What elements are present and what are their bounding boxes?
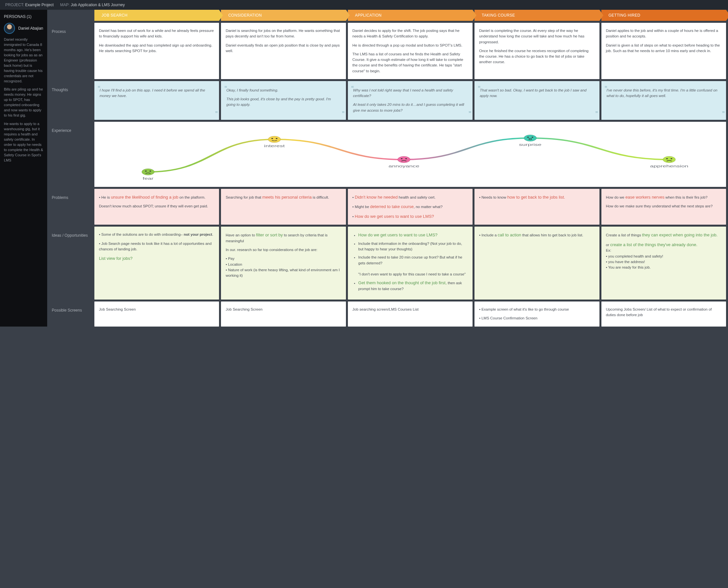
thoughts-cell-4: I've never done this before, it's my fir… xyxy=(601,81,726,120)
project-value: Example Project xyxy=(25,3,53,7)
svg-point-2 xyxy=(149,171,151,172)
svg-point-0 xyxy=(142,169,155,175)
row-experience: Experience fearinterestannoyancesurprise… xyxy=(47,122,728,187)
ideas-cell-2: How do we get users to want to use LMS?I… xyxy=(348,227,473,299)
row-label-problems: Problems xyxy=(47,189,94,225)
thoughts-cell-2: Why was I not told right away that I nee… xyxy=(348,81,473,120)
process-cell-2: Daniel decides to apply for the shift. T… xyxy=(348,23,473,79)
persona-name: Daniel Abajian xyxy=(18,26,43,30)
ideas-cell-0: Some of the solutions are to do with onb… xyxy=(94,227,219,299)
avatar xyxy=(4,23,15,34)
process-cell-3: Daniel is completing the course. At ever… xyxy=(474,23,599,79)
experience-chart: fearinterestannoyancesurpriseapprehensio… xyxy=(94,122,726,187)
svg-text:annoyance: annoyance xyxy=(389,164,420,168)
row-label-ideas: Ideas / Opportunities xyxy=(47,227,94,299)
project-label: PROJECT: xyxy=(5,3,24,7)
stage-tab-0[interactable]: JOB SEARCH xyxy=(94,10,219,21)
svg-point-17 xyxy=(666,158,668,159)
map-value: Job Application & LMS Journey xyxy=(71,3,125,7)
svg-point-18 xyxy=(670,158,672,159)
screens-cell-0: Job Searching Screen xyxy=(94,301,219,327)
journey-map: JOB SEARCHCONSIDERATIONAPPLICATIONTAKING… xyxy=(47,10,728,327)
svg-point-1 xyxy=(145,171,146,172)
persona-desc-p3: He wants to apply to a warehousing gig, … xyxy=(4,122,43,163)
problems-cell-1: Searching for job that meets his persona… xyxy=(221,189,346,225)
ideas-cell-3: Include a call to action that allows him… xyxy=(474,227,599,299)
problems-cell-0: He is unsure the likelihood of finding a… xyxy=(94,189,219,225)
svg-point-14 xyxy=(531,137,533,138)
process-cell-1: Daniel is searching for jobs on the plat… xyxy=(221,23,346,79)
map-label: MAP: xyxy=(60,3,70,7)
stage-tab-3[interactable]: TAKING COURSE xyxy=(474,10,599,21)
thoughts-cell-0: I hope I'll find a job on this app. I ne… xyxy=(94,81,219,120)
svg-point-12 xyxy=(524,135,537,141)
persona-desc-p1: Daniel recently immigrated to Canada 8 m… xyxy=(4,37,43,84)
svg-point-10 xyxy=(405,158,407,159)
process-cell-0: Daniel has been out of work for a while … xyxy=(94,23,219,79)
row-label-thoughts: Thoughts xyxy=(47,81,94,120)
stage-tab-2[interactable]: APPLICATION xyxy=(348,10,473,21)
svg-point-4 xyxy=(268,136,281,143)
row-problems: Problems He is unsure the likelihood of … xyxy=(47,189,728,225)
thoughts-cell-1: Okay, I finally found something.This job… xyxy=(221,81,346,120)
row-ideas: Ideas / Opportunities Some of the soluti… xyxy=(47,227,728,299)
problems-cell-4: How do we ease workers nerves when this … xyxy=(601,189,726,225)
svg-point-13 xyxy=(527,137,529,138)
ideas-cell-4: Create a list of things they can expect … xyxy=(601,227,726,299)
row-label-process: Process xyxy=(47,23,94,79)
svg-point-5 xyxy=(272,138,273,139)
svg-point-6 xyxy=(276,138,277,139)
screens-cell-3: • Example screen of what it's like to go… xyxy=(474,301,599,327)
persona-desc-p2: Bills are piling up and he needs money. … xyxy=(4,87,43,118)
personas-header: PERSONAS (1) xyxy=(0,10,47,23)
problems-cell-2: Didn't know he needed health and safety … xyxy=(348,189,473,225)
stage-tab-1[interactable]: CONSIDERATION xyxy=(221,10,346,21)
svg-text:fear: fear xyxy=(143,177,153,181)
svg-text:interest: interest xyxy=(264,144,285,148)
row-label-screens: Possible Screens xyxy=(47,301,94,327)
screens-cell-2: Job searching screen/LMS Courses List xyxy=(348,301,473,327)
process-cell-4: Daniel applies to the job and within a c… xyxy=(601,23,726,79)
row-label-experience: Experience xyxy=(47,122,94,187)
svg-point-9 xyxy=(401,158,403,159)
persona-card[interactable]: Daniel Abajian Daniel recently immigrate… xyxy=(0,23,47,171)
ideas-cell-1: Have an option to filter or sort by to s… xyxy=(221,227,346,299)
topbar: PROJECT: Example Project MAP: Job Applic… xyxy=(0,0,728,10)
personas-sidebar: PERSONAS (1) Daniel Abajian Daniel recen… xyxy=(0,10,47,327)
row-process: Process Daniel has been out of work for … xyxy=(47,23,728,79)
svg-text:apprehension: apprehension xyxy=(650,164,689,168)
screens-cell-1: Job Searching Screen xyxy=(221,301,346,327)
svg-point-8 xyxy=(398,156,410,163)
row-screens: Possible Screens Job Searching ScreenJob… xyxy=(47,301,728,327)
problems-cell-3: Needs to know how to get back to the job… xyxy=(474,189,599,225)
thoughts-cell-3: That wasn't so bad. Okay, I want to get … xyxy=(474,81,599,120)
row-thoughts: Thoughts I hope I'll find a job on this … xyxy=(47,81,728,120)
screens-cell-4: Upcoming Jobs Screen/ List of what to ex… xyxy=(601,301,726,327)
svg-text:surprise: surprise xyxy=(519,143,541,147)
svg-point-16 xyxy=(663,156,676,163)
stage-tab-4[interactable]: GETTING HIRED xyxy=(601,10,726,21)
